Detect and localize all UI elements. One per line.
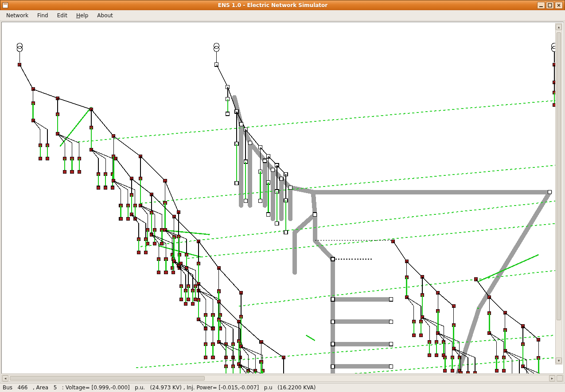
svg-line-145 xyxy=(199,241,218,268)
bus-node[interactable] xyxy=(466,372,469,374)
bus-node[interactable] xyxy=(46,157,49,160)
bus-node[interactable] xyxy=(119,217,122,221)
selected-bus-node[interactable] xyxy=(244,199,247,203)
status-power-unit: p.u xyxy=(264,384,273,391)
bus-node[interactable] xyxy=(412,334,415,337)
bus-node[interactable] xyxy=(97,186,100,189)
selected-bus-node[interactable] xyxy=(331,298,335,301)
bus-node[interactable] xyxy=(146,242,149,245)
bus-node[interactable] xyxy=(153,242,156,245)
bus-node[interactable] xyxy=(104,186,107,189)
selected-bus-node[interactable] xyxy=(313,213,317,216)
svg-line-187 xyxy=(219,342,240,351)
bus-node[interactable] xyxy=(459,372,462,374)
selected-bus-node[interactable] xyxy=(331,365,335,368)
selected-bus-node[interactable] xyxy=(331,320,335,323)
source-icon[interactable] xyxy=(214,47,219,52)
menu-label: Help xyxy=(76,12,88,19)
bus-node[interactable] xyxy=(70,171,74,174)
svg-line-178 xyxy=(199,284,218,302)
selected-bus-node[interactable] xyxy=(389,342,393,346)
selected-bus-node[interactable] xyxy=(284,230,288,234)
menu-about[interactable]: About xyxy=(93,10,117,20)
selected-bus-node[interactable] xyxy=(288,186,292,189)
bus-node[interactable] xyxy=(502,369,505,373)
bus-node[interactable] xyxy=(78,171,81,174)
scroll-down-button[interactable]: ▾ xyxy=(556,357,562,364)
close-button[interactable] xyxy=(555,2,563,9)
svg-line-5 xyxy=(140,165,557,203)
svg-line-31 xyxy=(33,89,58,98)
scroll-right-button[interactable]: ▸ xyxy=(549,375,555,381)
source-icon[interactable] xyxy=(17,43,22,48)
bus-node[interactable] xyxy=(495,369,498,373)
network-canvas[interactable]: ▴ ▾ xyxy=(1,22,564,374)
selected-bus-node[interactable] xyxy=(389,365,393,368)
bus-node[interactable] xyxy=(204,356,207,359)
selected-bus-node[interactable] xyxy=(271,168,275,171)
scroll-left-button[interactable]: ◂ xyxy=(2,375,8,381)
bus-node[interactable] xyxy=(194,298,197,301)
svg-line-49 xyxy=(91,150,105,159)
selected-bus-node[interactable] xyxy=(389,320,393,323)
bus-node[interactable] xyxy=(451,369,454,373)
selected-bus-node[interactable] xyxy=(235,181,238,185)
selected-bus-node[interactable] xyxy=(248,141,252,145)
bus-node[interactable] xyxy=(211,356,214,359)
bus-node[interactable] xyxy=(444,369,447,373)
bus-node[interactable] xyxy=(191,302,195,305)
svg-line-91 xyxy=(165,181,178,212)
bus-node[interactable] xyxy=(187,298,190,301)
bus-node[interactable] xyxy=(63,171,66,174)
selected-bus-node[interactable] xyxy=(331,257,335,261)
selected-bus-node[interactable] xyxy=(275,221,279,225)
selected-bus-node[interactable] xyxy=(239,122,243,126)
vertical-scrollbar[interactable]: ▴ ▾ xyxy=(555,23,562,365)
svg-line-292 xyxy=(476,279,489,297)
bus-node[interactable] xyxy=(435,354,438,357)
selected-bus-node[interactable] xyxy=(548,190,552,194)
vertical-scroll-thumb[interactable] xyxy=(557,32,561,320)
bus-node[interactable] xyxy=(428,354,431,357)
bus-node[interactable] xyxy=(137,251,140,254)
maximize-button[interactable] xyxy=(546,2,554,9)
bus-node[interactable] xyxy=(184,302,187,305)
selected-bus-node[interactable] xyxy=(263,159,267,163)
bus-node[interactable] xyxy=(111,186,114,189)
selected-bus-node[interactable] xyxy=(258,199,262,203)
menu-label: Network xyxy=(6,12,28,19)
horizontal-scroll-thumb[interactable] xyxy=(10,376,205,380)
bus-node[interactable] xyxy=(126,217,129,221)
svg-line-277 xyxy=(438,333,459,342)
svg-line-7 xyxy=(140,201,557,247)
bus-node[interactable] xyxy=(144,251,148,254)
menu-help[interactable]: Help xyxy=(72,10,93,20)
menu-network[interactable]: Network xyxy=(2,10,33,20)
selected-bus-node[interactable] xyxy=(226,112,230,116)
menu-edit[interactable]: Edit xyxy=(53,10,72,20)
menu-find[interactable]: Find xyxy=(33,10,53,20)
bus-node[interactable] xyxy=(419,334,422,337)
svg-rect-3 xyxy=(548,4,552,7)
network-diagram[interactable] xyxy=(2,22,563,374)
scroll-corner xyxy=(557,375,563,381)
selected-bus-node[interactable] xyxy=(267,213,270,216)
bus-node[interactable] xyxy=(171,271,175,274)
source-icon[interactable] xyxy=(17,47,22,52)
svg-line-18 xyxy=(306,335,315,341)
selected-bus-node[interactable] xyxy=(389,298,393,301)
svg-line-280 xyxy=(438,293,453,306)
bus-node[interactable] xyxy=(164,271,168,274)
bus-node[interactable] xyxy=(179,298,183,301)
bus-node[interactable] xyxy=(160,242,164,245)
horizontal-scrollbar[interactable]: ◂ ▸ xyxy=(1,375,564,382)
selected-bus-node[interactable] xyxy=(280,177,283,180)
source-icon[interactable] xyxy=(214,43,219,48)
bus-node[interactable] xyxy=(474,372,477,374)
scroll-up-button[interactable]: ▴ xyxy=(556,24,562,30)
selected-bus-node[interactable] xyxy=(331,342,335,346)
bus-node[interactable] xyxy=(157,271,160,274)
minimize-button[interactable] xyxy=(537,2,545,9)
bus-node[interactable] xyxy=(39,157,42,160)
window-titlebar[interactable]: ENS 1.0 - Electric Network Simulator xyxy=(0,0,565,10)
